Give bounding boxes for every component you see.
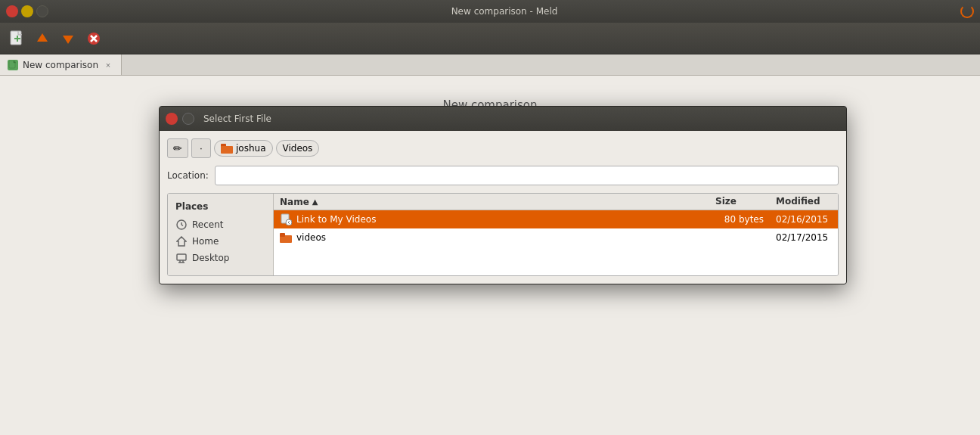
breadcrumb-folder-icon <box>221 144 233 154</box>
places-item-desktop[interactable]: Desktop <box>168 250 273 266</box>
modified-column-header[interactable]: Modified <box>770 194 838 210</box>
pencil-icon: ✏ <box>173 142 182 154</box>
link-file-modified: 02/16/2015 <box>770 214 838 225</box>
name-column-header[interactable]: Name ▲ <box>274 194 709 210</box>
window-controls <box>6 5 48 17</box>
breadcrumb-videos[interactable]: Videos <box>276 140 320 157</box>
dialog-titlebar: Select First File <box>160 107 846 131</box>
videos-folder-name: videos <box>296 232 326 243</box>
dialog-minimize-button <box>182 113 194 125</box>
videos-folder-modified: 02/17/2015 <box>770 232 838 243</box>
navigate-up-button[interactable]: · <box>191 138 211 158</box>
places-item-recent[interactable]: Recent <box>168 216 273 233</box>
recent-icon <box>175 219 188 231</box>
window-title: New comparison - Meld <box>53 6 956 17</box>
window-minimize-button[interactable] <box>21 5 33 17</box>
places-title: Places <box>168 200 273 216</box>
tab-close-button[interactable]: × <box>103 60 113 70</box>
location-input[interactable] <box>215 166 839 185</box>
scroll-down-button[interactable] <box>56 26 80 51</box>
link-file-size: 80 bytes <box>709 214 770 225</box>
select-file-dialog: Select First File ✏ · joshua <box>159 106 847 284</box>
breadcrumb-joshua[interactable]: joshua <box>214 140 273 157</box>
stop-icon <box>87 32 101 45</box>
home-icon <box>175 235 188 247</box>
desktop-icon <box>175 252 188 264</box>
dialog-body: ✏ · joshua Videos Location: <box>160 131 846 284</box>
scroll-up-button[interactable] <box>30 26 54 51</box>
new-file-icon <box>8 30 25 47</box>
svg-marker-3 <box>37 33 48 42</box>
svg-point-24 <box>286 219 292 225</box>
modified-header-label: Modified <box>776 196 820 207</box>
up-icon: · <box>200 143 202 154</box>
file-row-videos[interactable]: videos 02/17/2015 <box>274 228 838 247</box>
up-arrow-icon <box>35 31 50 46</box>
loading-spinner <box>960 5 974 18</box>
location-label: Location: <box>167 170 209 181</box>
svg-line-17 <box>181 225 183 226</box>
tab-file-icon <box>8 60 18 70</box>
places-item-home[interactable]: Home <box>168 233 273 250</box>
breadcrumb-joshua-label: joshua <box>236 143 266 154</box>
titlebar: New comparison - Meld <box>0 0 980 23</box>
main-content-area: New comparison + File comparison Directo… <box>0 76 980 435</box>
folder-sm-body <box>221 146 233 154</box>
file-row-name-videos: videos <box>274 232 709 243</box>
window-maximize-button[interactable] <box>36 5 48 17</box>
folder-file-icon <box>280 233 292 243</box>
name-header-label: Name <box>280 197 309 207</box>
size-column-header[interactable]: Size <box>709 194 770 210</box>
file-browser: Places Recent Home <box>167 193 839 276</box>
svg-rect-2 <box>17 36 18 42</box>
link-file-name: Link to My Videos <box>296 214 376 225</box>
link-file-icon <box>280 213 292 225</box>
svg-marker-4 <box>63 36 73 44</box>
dialog-close-button[interactable] <box>166 113 178 125</box>
size-header-label: Size <box>715 196 737 207</box>
dialog-title: Select First File <box>203 113 271 124</box>
svg-rect-19 <box>177 254 186 260</box>
file-row-name-link: Link to My Videos <box>274 213 709 225</box>
stop-button[interactable] <box>82 26 106 51</box>
files-header: Name ▲ Size Modified <box>274 194 838 210</box>
files-panel: Name ▲ Size Modified <box>274 194 838 275</box>
breadcrumb-videos-label: Videos <box>283 143 313 154</box>
file-row-link-to-my-videos[interactable]: Link to My Videos 80 bytes 02/16/2015 <box>274 210 838 228</box>
new-file-button[interactable] <box>5 26 29 51</box>
breadcrumb-nav: ✏ · joshua Videos <box>167 138 839 158</box>
places-desktop-label: Desktop <box>192 253 230 263</box>
tab-new-comparison[interactable]: New comparison × <box>0 54 122 75</box>
sort-arrow-icon: ▲ <box>312 197 318 206</box>
svg-rect-26 <box>280 233 285 237</box>
svg-marker-18 <box>177 237 186 246</box>
places-recent-label: Recent <box>192 219 223 230</box>
places-home-label: Home <box>192 236 219 247</box>
location-bar: Location: <box>167 166 839 185</box>
edit-path-button[interactable]: ✏ <box>167 138 188 158</box>
window-close-button[interactable] <box>6 5 18 17</box>
down-arrow-icon <box>60 31 76 46</box>
main-toolbar <box>0 23 980 54</box>
tab-label: New comparison <box>23 60 98 70</box>
tab-bar: New comparison × <box>0 54 980 76</box>
places-panel: Places Recent Home <box>168 194 274 275</box>
